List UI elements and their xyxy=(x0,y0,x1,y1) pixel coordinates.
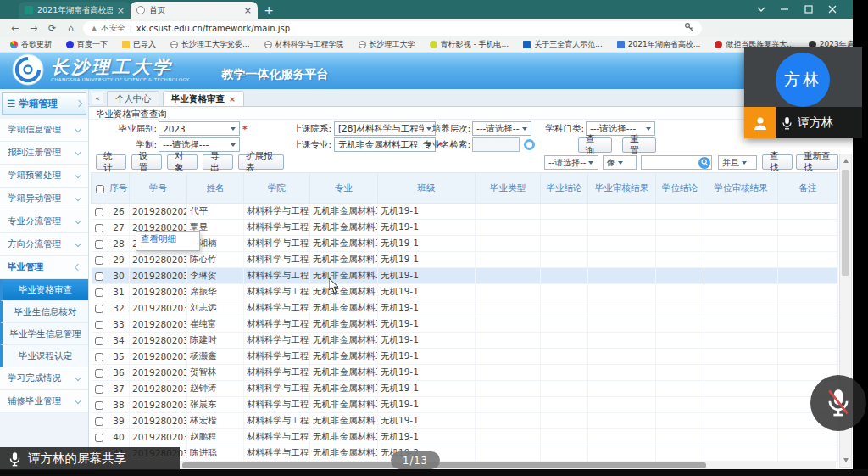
column-header[interactable]: 学位审核结果 xyxy=(704,173,778,204)
bookmark-item[interactable]: 材料科学与工程学院 xyxy=(264,39,344,50)
sidebar-group[interactable]: 方向分流管理 xyxy=(0,233,88,256)
sidebar-group[interactable]: 辅修毕业管理 xyxy=(0,390,88,413)
filter-field-select[interactable]: --请选择-- xyxy=(544,155,598,170)
tab-graduation-review[interactable]: 毕业资格审查 × xyxy=(163,91,244,106)
collapse-tabs-button[interactable]: « xyxy=(92,92,103,104)
view-detail-tooltip[interactable]: 查看明细 xyxy=(136,231,200,251)
table-row[interactable]: 36201928020318贺智林材料科学与工程学院无机非金属材料工程无机19-… xyxy=(92,365,838,381)
bookmark-item[interactable]: 长沙理工大学党委... xyxy=(170,39,250,50)
bookmark-item[interactable]: 百度一下 xyxy=(66,39,108,50)
sidebar-group[interactable]: 学籍异动管理 xyxy=(0,188,88,210)
column-header[interactable]: 专业 xyxy=(310,173,378,204)
schooling-length-select[interactable]: ---请选择--- xyxy=(159,137,240,152)
row-checkbox[interactable] xyxy=(95,353,103,361)
row-checkbox[interactable] xyxy=(95,208,103,216)
filter-operator-select[interactable]: 像 xyxy=(603,155,637,170)
tab-personal-center[interactable]: 个人中心 xyxy=(107,91,159,106)
table-row[interactable]: 34201928020313陈建时材料科学与工程学院无机非金属材料工程无机19-… xyxy=(92,333,838,349)
search-icon[interactable] xyxy=(698,157,710,169)
maximize-icon[interactable] xyxy=(804,4,814,14)
table-row[interactable]: 40201928020329赵鹏程材料科学与工程学院无机非金属材料工程无机19-… xyxy=(92,429,838,445)
sidebar-group[interactable]: 报到注册管理 xyxy=(0,142,88,165)
column-header[interactable]: 学位结论 xyxy=(656,173,704,204)
column-header[interactable]: 毕业结论 xyxy=(541,173,588,204)
table-row[interactable]: 28201928020307吴湘楠材料科学与工程学院无机非金属材料工程无机19-… xyxy=(92,236,838,252)
select-all-checkbox[interactable] xyxy=(96,185,104,193)
menu-chevron-icon[interactable] xyxy=(756,4,766,14)
scroll-up-icon[interactable] xyxy=(843,159,849,163)
sidebar-item[interactable]: 毕业学生信息管理 xyxy=(0,323,88,345)
table-row[interactable]: 33201928020312崔纯富材料科学与工程学院无机非金属材料工程无机19-… xyxy=(92,316,838,333)
vertical-scrollbar-thumb[interactable] xyxy=(842,170,849,276)
find-button[interactable]: 查 找 xyxy=(762,154,793,170)
table-row[interactable]: 31201928020310席振华材料科学与工程学院无机非金属材料工程无机19-… xyxy=(92,284,838,300)
horizontal-scrollbar-thumb[interactable] xyxy=(182,462,706,468)
table-row[interactable]: 32201928020311刘志远材料科学与工程学院无机非金属材料工程无机19-… xyxy=(92,300,838,316)
row-checkbox[interactable] xyxy=(95,417,103,426)
table-row[interactable]: 39201928020327林宏楷材料科学与工程学院无机非金属材料工程无机19-… xyxy=(92,413,838,429)
table-row[interactable]: 35201928020315杨灏鑫材料科学与工程学院无机非金属材料工程无机19-… xyxy=(92,349,838,365)
browser-tab-1[interactable]: 2021年湖南省高校思想政治工作 × xyxy=(19,2,131,19)
sidebar-group[interactable]: 毕业管理 xyxy=(0,256,88,279)
table-row[interactable]: 29201928020308陈心竹材料科学与工程学院无机非金属材料工程无机19-… xyxy=(92,252,838,268)
back-icon[interactable]: ← xyxy=(8,22,21,35)
table-row[interactable]: 30201928020309李琳贺材料科学与工程学院无机非金属材料工程无机19-… xyxy=(92,268,838,284)
bookmark-item[interactable]: 青柠影视 - 手机电... xyxy=(430,39,509,50)
bookmark-item[interactable]: 2021年湖南省高校... xyxy=(617,39,701,50)
column-header[interactable]: 班级 xyxy=(378,173,476,204)
column-header[interactable]: 姓名 xyxy=(187,173,244,204)
sidebar-item-selected[interactable]: 毕业资格审查 xyxy=(0,279,88,301)
scroll-down-icon[interactable] xyxy=(843,458,849,462)
page-indicator[interactable]: 1/13 xyxy=(391,451,440,469)
extended-report-button[interactable]: 扩展报表 xyxy=(238,154,284,170)
key-icon[interactable] xyxy=(684,22,693,34)
row-checkbox[interactable] xyxy=(95,256,103,265)
sidebar-header[interactable]: ☰ 学籍管理 xyxy=(2,92,86,115)
table-row[interactable]: 27201928020303覃昱材料科学与工程学院无机非金属材料工程无机19-1 xyxy=(92,220,838,236)
column-header[interactable]: 毕业类型 xyxy=(476,173,541,204)
query-button[interactable]: 查 询 xyxy=(578,137,612,153)
sidebar-group[interactable]: 学籍预警处理 xyxy=(0,165,88,188)
refind-button[interactable]: 重新查找 xyxy=(796,154,838,170)
filter-search-input[interactable] xyxy=(641,155,712,170)
row-checkbox[interactable] xyxy=(95,369,103,378)
forward-icon[interactable]: → xyxy=(27,22,40,35)
sidebar-group[interactable]: 专业分流管理 xyxy=(0,210,88,233)
column-header[interactable]: 序号 xyxy=(108,173,130,204)
row-checkbox[interactable] xyxy=(95,385,103,394)
sidebar-item[interactable]: 毕业生信息核对 xyxy=(0,301,88,323)
table-row[interactable]: 26201928020230代平材料科学与工程学院无机非金属材料工程无机19-1 xyxy=(92,204,838,220)
settings-button[interactable]: 设置 xyxy=(131,154,162,170)
graduation-term-select[interactable]: 2023 xyxy=(159,121,240,136)
row-checkbox[interactable] xyxy=(95,272,103,281)
export-button[interactable]: 导出 xyxy=(203,154,233,170)
tab-close-icon[interactable]: × xyxy=(229,94,236,104)
horizontal-scrollbar[interactable] xyxy=(91,462,836,469)
bookmark-item[interactable]: 长沙理工大学 xyxy=(359,39,415,50)
bookmark-item[interactable]: 已导入 xyxy=(122,39,156,50)
filter-logic-select[interactable]: 并且 xyxy=(718,155,757,170)
minimize-icon[interactable] xyxy=(780,4,790,14)
browser-tab-2[interactable]: 首页 × xyxy=(131,2,258,19)
reset-button[interactable]: 重 置 xyxy=(622,137,656,153)
table-row[interactable]: 41201928020330陈进聪材料科学与工程学院无机非金属材料工程无机19-… xyxy=(92,445,838,462)
object-button[interactable]: 对象 xyxy=(167,154,198,170)
column-header[interactable]: 毕业审核结果 xyxy=(588,173,656,204)
column-header[interactable]: 学号 xyxy=(130,173,187,204)
new-tab-button[interactable]: + xyxy=(258,2,280,19)
participant-video-panel[interactable]: 方林 谭方林 xyxy=(744,47,862,138)
column-header[interactable]: 备注 xyxy=(778,173,838,204)
row-checkbox[interactable] xyxy=(95,224,103,232)
table-row[interactable]: 37201928020319赵钟涛材料科学与工程学院无机非金属材料工程无机19-… xyxy=(92,381,838,397)
row-checkbox[interactable] xyxy=(95,434,103,442)
reload-icon[interactable]: ⟳ xyxy=(46,22,58,35)
bookmark-item[interactable]: 谷歌更新 xyxy=(10,39,52,50)
row-checkbox[interactable] xyxy=(95,288,103,297)
advanced-search-icon[interactable] xyxy=(524,139,535,150)
row-checkbox[interactable] xyxy=(95,401,103,410)
sidebar-item[interactable]: 毕业课程认定 xyxy=(0,345,88,367)
home-icon[interactable]: ⌂ xyxy=(64,22,77,35)
table-row[interactable]: 38201928020326张晨东材料科学与工程学院无机非金属材料工程无机19-… xyxy=(92,397,838,413)
row-checkbox[interactable] xyxy=(95,305,103,313)
sidebar-group[interactable]: 学习完成情况 xyxy=(0,367,88,390)
